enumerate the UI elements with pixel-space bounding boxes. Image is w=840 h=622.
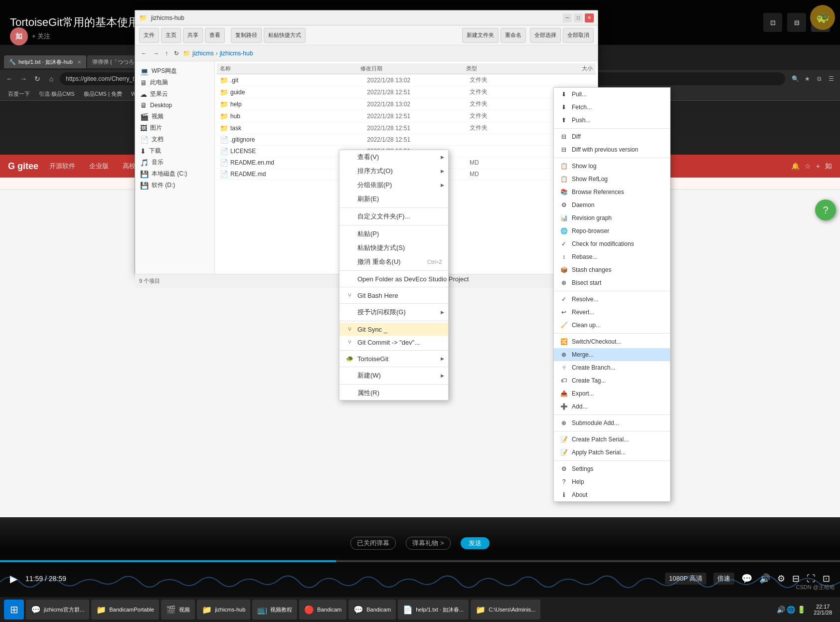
sidebar-downloads[interactable]: ⬇下载 — [137, 145, 212, 157]
search-icon[interactable]: 🔍 — [790, 74, 800, 84]
menu-apply-patch[interactable]: 📝Apply Patch Serial... — [554, 446, 670, 459]
sidebar-video[interactable]: 🎬视频 — [137, 111, 212, 122]
select-all-btn[interactable]: 全部选择 — [530, 28, 561, 43]
menu-git-commit[interactable]: ⑂Git Commit -> "dev"... — [339, 336, 448, 349]
share-tab[interactable]: 共享 — [183, 28, 203, 43]
menu-help[interactable]: ?Help — [554, 475, 670, 488]
taskbar-item-jizhicms[interactable]: 📁 jizhicms-hub — [197, 600, 250, 620]
taskbar-item-video[interactable]: 🎬 视频 — [161, 600, 195, 620]
nav-back[interactable]: ← — [139, 49, 149, 58]
menu-git-bash[interactable]: ⑂Git Bash Here — [339, 289, 448, 302]
menu-settings[interactable]: ⚙Settings — [554, 462, 670, 475]
menu-paste[interactable]: 粘贴(P) — [339, 227, 448, 241]
tab-close-1[interactable]: ✕ — [77, 59, 81, 65]
taskbar-item-tutorial[interactable]: 📺 视频教程 — [252, 600, 297, 620]
breadcrumb-jizhicms[interactable]: jizhicms — [192, 50, 214, 57]
menu-daemon[interactable]: ⚙Daemon — [554, 199, 670, 211]
taskbar-item-bandicam[interactable]: 📁 BandicamPortable — [91, 600, 159, 620]
pip-button[interactable]: ⊡ — [763, 13, 782, 32]
file-item[interactable]: 📁 task 2022/1/28 12:51 文件夹 — [217, 122, 596, 134]
menu-check-modifications[interactable]: ✓Check for modifications — [554, 237, 670, 250]
menu-paste-shortcut[interactable]: 粘贴快捷方式(S) — [339, 241, 448, 255]
bookmark-gitee-icon[interactable]: ☆ — [805, 162, 811, 170]
taskbar-item-chat[interactable]: 💬 jizhicms官方群... — [26, 600, 89, 620]
sidebar-pc[interactable]: 🖥此电脑 — [137, 77, 212, 88]
progress-bar[interactable] — [0, 560, 840, 562]
menu-switch[interactable]: 🔀Switch/Checkout... — [554, 335, 670, 348]
user-icon[interactable]: 如 — [825, 162, 832, 171]
file-tab[interactable]: 文件 — [139, 28, 159, 43]
nav-forward[interactable]: → — [151, 49, 161, 58]
menu-cleanup[interactable]: 🧹Clean up... — [554, 319, 670, 332]
file-item[interactable]: 📁 hub 2022/1/28 12:51 文件夹 — [217, 110, 596, 122]
menu-merge[interactable]: ⊕Merge... — [554, 348, 670, 361]
breadcrumb-hub[interactable]: jizhicms-hub — [220, 50, 253, 57]
bookmark-2[interactable]: 引流·极品CMS — [35, 89, 79, 99]
notification-icon[interactable]: 🔔 — [791, 162, 800, 170]
menu-sort[interactable]: 排序方式(O) — [339, 164, 448, 178]
file-item[interactable]: 📁 help 2022/1/28 13:02 文件夹 — [217, 98, 596, 110]
tab-active[interactable]: 🔧 help/1.txt · 如沐春-hub ✕ — [4, 55, 86, 68]
menu-customize[interactable]: 自定义文件夹(F)... — [339, 209, 448, 223]
menu-diff[interactable]: ⊟Diff — [554, 130, 670, 143]
minimize-button[interactable]: ─ — [563, 13, 572, 22]
nav-enterprise[interactable]: 企业版 — [86, 162, 112, 171]
menu-diff-previous[interactable]: ⊟Diff with previous version — [554, 143, 670, 156]
follow-button[interactable]: + 关注 — [32, 32, 50, 41]
new-folder-btn[interactable]: 新建文件夹 — [462, 28, 499, 43]
paste-shortcut-btn[interactable]: 粘贴快捷方式 — [264, 28, 306, 43]
copy-path-btn[interactable]: 复制路径 — [231, 28, 262, 43]
menu-rebase[interactable]: ↕Rebase... — [554, 250, 670, 263]
menu-pull[interactable]: ⬇Pull... — [554, 88, 670, 101]
menu-stash[interactable]: 📦Stash changes — [554, 263, 670, 276]
send-button[interactable]: 发送 — [461, 537, 490, 549]
close-button[interactable]: ✕ — [585, 13, 594, 22]
theater-button[interactable]: ⊟ — [787, 13, 806, 32]
sidebar-pictures[interactable]: 🖼图片 — [137, 122, 212, 134]
menu-create-patch[interactable]: 📝Create Patch Serial... — [554, 433, 670, 446]
gift-btn[interactable]: 弹幕礼物 > — [406, 537, 450, 550]
menu-show-reflog[interactable]: 📋Show RefLog — [554, 173, 670, 186]
sidebar-music[interactable]: 🎵音乐 — [137, 157, 212, 168]
taskbar-item-bandicam3[interactable]: 💬 Bandicam — [348, 600, 396, 620]
menu-bisect[interactable]: ⊕Bisect start — [554, 276, 670, 289]
menu-revision-graph[interactable]: 📊Revision graph — [554, 211, 670, 224]
menu-browse-references[interactable]: 📚Browse References — [554, 186, 670, 199]
menu-new[interactable]: 新建(W) — [339, 369, 448, 383]
menu-refresh[interactable]: 刷新(E) — [339, 192, 448, 206]
menu-repo-browser[interactable]: 🌐Repo-browser — [554, 224, 670, 237]
menu-icon[interactable]: ☰ — [826, 74, 836, 84]
maximize-button[interactable]: □ — [574, 13, 583, 22]
menu-about[interactable]: ℹAbout — [554, 488, 670, 501]
menu-show-log[interactable]: 📋Show log — [554, 160, 670, 173]
forward-button[interactable]: → — [18, 73, 29, 84]
avatar[interactable]: 如 — [10, 27, 28, 45]
menu-push[interactable]: ⬆Push... — [554, 114, 670, 127]
sidebar-wps[interactable]: 💻WPS网盘 — [137, 65, 212, 77]
subtitle-off-btn[interactable]: 已关闭弹幕 — [350, 537, 396, 550]
home-tab[interactable]: 主页 — [161, 28, 181, 43]
plus-icon[interactable]: + — [816, 162, 820, 170]
nav-up[interactable]: ↑ — [163, 49, 170, 58]
taskbar-item-bandicam2[interactable]: 🔴 Bandicam — [299, 600, 346, 620]
sidebar-desktop[interactable]: 🖥Desktop — [137, 100, 212, 111]
sidebar-ddrive[interactable]: 💾软件 (D:) — [137, 180, 212, 191]
taskbar-item-help[interactable]: 📄 help/1.txt · 如沐春... — [398, 600, 469, 620]
bookmark-3[interactable]: 极品CMS | 免费 — [80, 89, 126, 99]
home-button[interactable]: ⌂ — [46, 73, 57, 84]
file-item[interactable]: 📁 .git 2022/1/28 13:02 文件夹 — [217, 74, 596, 86]
menu-create-tag[interactable]: 🏷Create Tag... — [554, 374, 670, 387]
menu-submodule[interactable]: ⊕Submodule Add... — [554, 416, 670, 429]
start-button[interactable]: ⊞ — [4, 600, 24, 620]
cancel-selection-btn[interactable]: 全部取消 — [563, 28, 594, 43]
menu-view[interactable]: 查看(V) — [339, 150, 448, 164]
green-help-button[interactable]: ? — [815, 200, 836, 220]
extensions-icon[interactable]: ⧉ — [814, 74, 824, 84]
sidebar-cloud[interactable]: ☁坚果云 — [137, 88, 212, 100]
bookmark-1[interactable]: 百度一下 — [4, 89, 34, 99]
rename-btn[interactable]: 重命名 — [501, 28, 526, 43]
menu-add[interactable]: ➕Add... — [554, 400, 670, 413]
taskbar-item-admins[interactable]: 📁 C:\Users\Adminis... — [471, 600, 540, 620]
file-item[interactable]: 📄 .gitignore 2022/1/28 12:51 — [217, 134, 596, 146]
menu-revert[interactable]: ↩Revert... — [554, 306, 670, 319]
